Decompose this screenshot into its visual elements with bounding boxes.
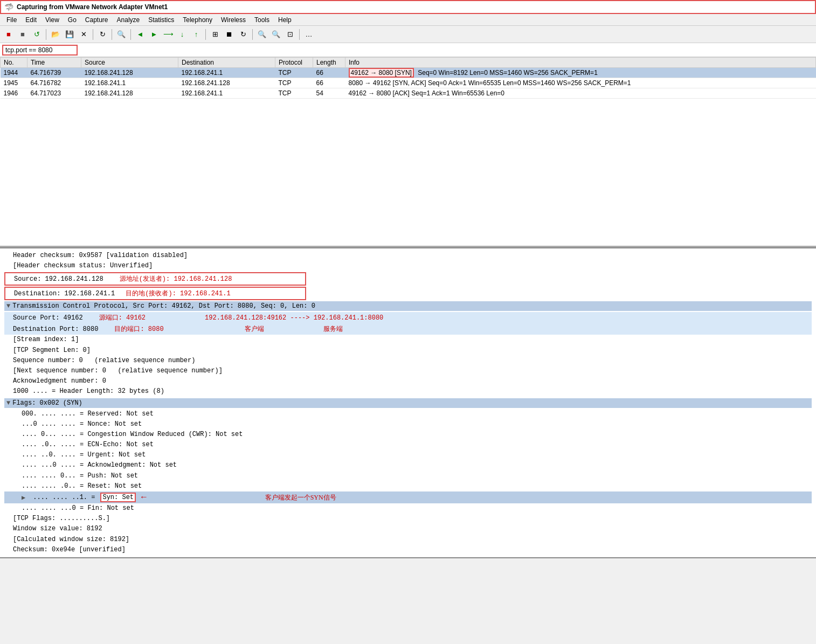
- syn-set-box: Syn: Set: [100, 493, 136, 502]
- separator4: [130, 29, 131, 40]
- arrow-left: ←: [141, 493, 147, 502]
- restart2-button[interactable]: ↻: [237, 28, 250, 41]
- separator6: [252, 29, 253, 40]
- menu-view[interactable]: View: [41, 15, 64, 25]
- find-button[interactable]: 🔍: [115, 28, 128, 41]
- toolbar: ■ ■ ↺ 📂 💾 ✕ ↻ 🔍 ◄ ► ⟶ ↓ ↑ ⊞ ⏹ ↻ 🔍 🔍 ⊡ …: [0, 26, 816, 43]
- menu-telephony[interactable]: Telephony: [178, 15, 217, 25]
- menu-bar: File Edit View Go Capture Analyze Statis…: [0, 14, 816, 26]
- table-row[interactable]: 194564.716782192.168.241.1192.168.241.12…: [1, 78, 816, 88]
- close-button[interactable]: ✕: [77, 28, 90, 41]
- scroll-up-button[interactable]: ↑: [190, 28, 203, 41]
- packet-no: 1946: [1, 88, 27, 99]
- packet-length: 54: [313, 88, 345, 99]
- packet-info: 49162 → 8080 [ACK] Seq=1 Ack=1 Win=65536…: [345, 88, 816, 99]
- menu-go[interactable]: Go: [64, 15, 81, 25]
- separator2: [93, 29, 93, 40]
- zoom-reset-button[interactable]: ⊡: [283, 28, 296, 41]
- packet-info: 8080 → 49162 [SYN, ACK] Seq=0 Ack=1 Win=…: [345, 78, 816, 88]
- ack-line: Acknowledgment number: 0: [4, 376, 812, 386]
- col-header-no: No.: [1, 58, 27, 68]
- filter-input[interactable]: [2, 45, 78, 56]
- jump-button[interactable]: ⟶: [162, 28, 175, 41]
- start-capture-button[interactable]: ■: [2, 28, 15, 41]
- client-annotation: 客户端: [245, 326, 264, 333]
- flag6-line: .... ...0 .... = Acknowledgment: Not set: [4, 460, 812, 470]
- packet-source: 192.168.241.128: [81, 68, 178, 78]
- col-header-protocol: Protocol: [275, 58, 313, 68]
- flag1-line: 000. .... .... = Reserved: Not set: [4, 409, 812, 419]
- menu-analyze[interactable]: Analyze: [113, 15, 144, 25]
- flag3-line: .... 0... .... = Congestion Window Reduc…: [4, 430, 812, 440]
- calc-win-line: [Calculated window size: 8192]: [4, 535, 812, 545]
- src-port-annotation: 源端口: 49162: [99, 314, 146, 322]
- dest-ip-detail: Destination: 192.168.241.1: [14, 290, 115, 297]
- menu-capture[interactable]: Capture: [81, 15, 113, 25]
- dst-port-line: Destination Port: 8080: [4, 326, 98, 333]
- col-header-destination: Destination: [178, 58, 275, 68]
- packet-length: 66: [313, 68, 345, 78]
- stop-capture-button[interactable]: ■: [16, 28, 29, 41]
- packet-time: 64.716739: [27, 68, 81, 78]
- zoom-out-button[interactable]: 🔍: [269, 28, 282, 41]
- menu-wireless[interactable]: Wireless: [217, 15, 250, 25]
- window-title: Capturing from VMware Network Adapter VM…: [17, 3, 168, 11]
- packet-source: 192.168.241.128: [81, 88, 178, 99]
- menu-help[interactable]: Help: [274, 15, 296, 25]
- menu-tools[interactable]: Tools: [250, 15, 274, 25]
- flag2-line: ...0 .... .... = Nonce: Not set: [4, 419, 812, 430]
- separator3: [112, 29, 112, 40]
- title-bar: 🦈 Capturing from VMware Network Adapter …: [0, 0, 816, 14]
- stop2-button[interactable]: ⏹: [223, 28, 236, 41]
- tcp-section-label: Transmission Control Protocol, Src Port:…: [12, 302, 315, 310]
- scroll-down-button[interactable]: ↓: [176, 28, 189, 41]
- stream-index-line: [Stream index: 1]: [4, 335, 812, 345]
- source-ip-detail: Source: 192.168.241.128: [14, 275, 103, 283]
- flag7-line: .... .... 0... = Push: Not set: [4, 471, 812, 481]
- tcp-seg-len-line: [TCP Segment Len: 0]: [4, 345, 812, 356]
- info-highlight: 49162 → 8080 [SYN]: [349, 68, 414, 78]
- packet-length: 66: [313, 78, 345, 88]
- packet-time: 64.716782: [27, 78, 81, 88]
- more-button[interactable]: …: [302, 28, 315, 41]
- table-row[interactable]: 194464.716739192.168.241.128192.168.241.…: [1, 68, 816, 78]
- flags-section-header[interactable]: ▼Flags: 0x002 (SYN): [4, 398, 812, 408]
- packet-list[interactable]: No. Time Source Destination Protocol Len…: [0, 57, 816, 246]
- dest-annotation: 目的地(接收者): 192.168.241.1: [126, 290, 230, 297]
- open-button[interactable]: 📂: [49, 28, 62, 41]
- back-button[interactable]: ◄: [134, 28, 147, 41]
- header-len-line: 1000 .... = Header Length: 32 bytes (8): [4, 386, 812, 397]
- menu-edit[interactable]: Edit: [21, 15, 41, 25]
- flags-section-label: Flags: 0x002 (SYN): [12, 399, 82, 407]
- header-checksum-line: Header checksum: 0x9587 [validation disa…: [4, 251, 812, 261]
- separator1: [46, 29, 46, 40]
- packet-source: 192.168.241.1: [81, 78, 178, 88]
- expand-icon: ▼: [6, 302, 10, 310]
- restart-button[interactable]: ↺: [30, 28, 43, 41]
- tcp-section-header[interactable]: ▼Transmission Control Protocol, Src Port…: [4, 301, 812, 311]
- packet-info: 49162 → 8080 [SYN] Seq=0 Win=8192 Len=0 …: [345, 68, 816, 78]
- col-header-source: Source: [81, 58, 178, 68]
- packet-destination: 192.168.241.128: [178, 78, 275, 88]
- save-button[interactable]: 💾: [63, 28, 76, 41]
- flag5-line: .... ..0. .... = Urgent: Not set: [4, 450, 812, 460]
- separator7: [299, 29, 300, 40]
- col-header-time: Time: [27, 58, 81, 68]
- menu-statistics[interactable]: Statistics: [144, 15, 178, 25]
- app-icon: 🦈: [4, 3, 13, 11]
- capture-options-button[interactable]: ⊞: [209, 28, 222, 41]
- reload-button[interactable]: ↻: [96, 28, 109, 41]
- syn-prefix: .... .... ..1. =: [33, 494, 95, 501]
- syn-flag-row: ▶ .... .... ..1. = Syn: Set ← 客户端发起一个SYN…: [4, 491, 812, 503]
- flag8-line: .... .... .0.. = Reset: Not set: [4, 481, 812, 491]
- zoom-in-button[interactable]: 🔍: [255, 28, 268, 41]
- col-header-info: Info: [345, 58, 816, 68]
- menu-file[interactable]: File: [2, 15, 21, 25]
- flow-annotation: 192.168.241.128:49162 ----> 192.168.241.…: [205, 314, 383, 322]
- packet-no: 1944: [1, 68, 27, 78]
- forward-button[interactable]: ►: [148, 28, 161, 41]
- source-ip-label: Source: 192.168.241.128: [14, 275, 103, 283]
- next-seq-line: [Next sequence number: 0 (relative seque…: [4, 366, 812, 376]
- table-row[interactable]: 194664.717023192.168.241.128192.168.241.…: [1, 88, 816, 99]
- packet-time: 64.717023: [27, 88, 81, 99]
